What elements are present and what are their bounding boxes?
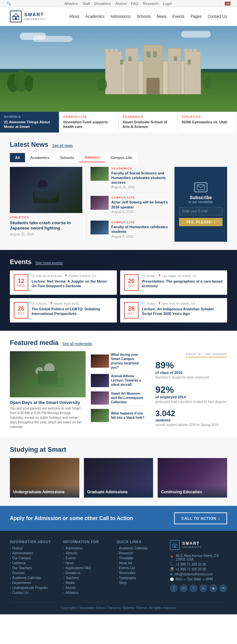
- tab-academics[interactable]: Academics: [25, 153, 55, 162]
- subscribe-email-input[interactable]: [179, 207, 223, 215]
- footer-about-campus[interactable]: Our Campus: [10, 556, 57, 560]
- nav-events[interactable]: Events: [172, 14, 185, 19]
- search-icon[interactable]: 🔍: [7, 1, 11, 6]
- footer-for-events[interactable]: Events: [63, 556, 110, 560]
- svg-rect-4: [105, 51, 122, 94]
- footer-about-cafeteria[interactable]: Cafeteria: [10, 561, 57, 565]
- footer-quick-shortcodes[interactable]: Shortcodes: [117, 571, 163, 575]
- event-card-3[interactable]: 26 July 🕐 All day 📍 New York, NY 82601, …: [120, 298, 227, 322]
- cta-button[interactable]: CALL TO ACTION ›: [174, 512, 227, 524]
- events-see-more-link[interactable]: See more events: [36, 261, 63, 265]
- tab-campus-life[interactable]: Campus Life: [105, 153, 137, 162]
- event-card-1[interactable]: 26 July 🕐 All day 📍 Las Vegas, NV 82805,…: [120, 270, 227, 295]
- event-card-0[interactable]: 12 April 🕐 8:00 am to 8:00 pm 📍 Seattle,…: [10, 270, 117, 295]
- footer-for-donations[interactable]: Donations: [63, 571, 110, 575]
- nav-admissions[interactable]: Admissions: [111, 14, 131, 19]
- ticker-0[interactable]: SCHOOLS 21 Awesome Things About Music at…: [0, 112, 59, 133]
- main-article-title[interactable]: Students take crash course in Japanese s…: [10, 220, 82, 231]
- media-thumb-0[interactable]: What during your Smart Campus journey su…: [91, 351, 147, 371]
- footer-about-departments[interactable]: Departments: [10, 581, 57, 585]
- topbar-login[interactable]: Login: [163, 2, 172, 6]
- footer-quick-typography[interactable]: Typography: [117, 576, 163, 580]
- footer-quick-newslist[interactable]: News list: [117, 561, 163, 565]
- card-2-overlay: Continuing Education: [158, 485, 227, 498]
- topbar-faq[interactable]: FAQ: [131, 2, 138, 6]
- stat-1-sub: of employed 2014: [155, 395, 227, 399]
- social-youtube[interactable]: ◉: [209, 584, 217, 592]
- studying-card-2[interactable]: Continuing Education: [158, 458, 227, 498]
- footer-for-media[interactable]: Media: [63, 581, 110, 585]
- studying-card-0[interactable]: Undergraduate Admissions: [10, 458, 79, 498]
- subscribe-button[interactable]: YES, PLEASE! ›: [179, 218, 223, 226]
- svg-rect-16: [153, 51, 157, 57]
- news-item-1-title[interactable]: Actor Jeff Soberg will be Smart's 2016 s…: [111, 200, 171, 209]
- news-see-all-link[interactable]: See all news: [52, 143, 73, 147]
- studying-header: Studying at Smart: [10, 446, 227, 453]
- footer-for-faq[interactable]: Applications FAQ: [63, 566, 110, 570]
- news-item-0-title[interactable]: Faculty of Social Sciences and Humanitie…: [111, 171, 171, 185]
- thumb-0-image: [91, 354, 109, 368]
- social-twitter[interactable]: t: [190, 584, 198, 592]
- phone-icon: 📞: [170, 563, 174, 566]
- footer-for-athletics[interactable]: Athletics: [63, 591, 110, 595]
- footer-about-history[interactable]: History: [10, 546, 57, 550]
- logo[interactable]: SMART UNIVERSITY: [10, 11, 45, 22]
- logo-icon: [10, 11, 22, 22]
- nav-contact[interactable]: Contact Us: [208, 14, 227, 19]
- footer-for-news[interactable]: News: [63, 561, 110, 565]
- media-thumb-2[interactable]: Smart Art Museum and the Loremipsum Coll…: [91, 390, 147, 406]
- media-thumb-3[interactable]: What happens if you fall into a black ho…: [91, 408, 147, 424]
- footer-col-quick: QUICK LINKS Academic Calendar Research T…: [117, 540, 163, 596]
- footer-about-courses[interactable]: Courses: [10, 571, 57, 575]
- social-google-plus[interactable]: G+: [180, 584, 188, 592]
- footer-quick-timetable[interactable]: Timetable: [117, 556, 163, 560]
- footer-quick-shop[interactable]: Shop: [117, 581, 163, 585]
- media-see-all-link[interactable]: See all multimedia: [63, 342, 92, 346]
- topbar-donations[interactable]: Donations: [94, 2, 111, 6]
- media-main-title[interactable]: Open Days at the Smart University: [10, 400, 86, 405]
- social-facebook[interactable]: f: [170, 584, 178, 592]
- ticker-1[interactable]: CAMPUS LIFE Innovation Fund supports hea…: [59, 112, 118, 133]
- nav-pages[interactable]: Pages: [191, 14, 202, 19]
- social-email[interactable]: ✉: [219, 584, 227, 592]
- tab-schools[interactable]: Schools: [55, 153, 79, 162]
- footer-quick-eventslist[interactable]: Events List: [117, 566, 163, 570]
- footer-about-contact[interactable]: Contact Us: [10, 591, 57, 595]
- main-nav: About Academics Admissions Schools News …: [69, 14, 227, 19]
- footer-for-admissions[interactable]: Admissions: [63, 546, 110, 550]
- footer-for-schools[interactable]: Schools: [63, 551, 110, 555]
- tab-all[interactable]: All: [10, 153, 25, 162]
- topbar-research[interactable]: Research: [143, 2, 158, 6]
- footer-quick-research[interactable]: Research: [117, 551, 163, 555]
- topbar-alumni[interactable]: Alumni: [115, 2, 126, 6]
- ticker-3[interactable]: ATHLETICS 02/06 Gymnastics vs. Utah: [178, 112, 237, 133]
- footer-copyright: Copyright © Secondary School Theme by St…: [10, 602, 227, 610]
- ticker-2[interactable]: ACADEMICS Smart Graduate School of Arts …: [118, 112, 178, 133]
- events-header: Events See more events: [10, 258, 227, 266]
- nav-academics[interactable]: Academics: [85, 14, 105, 19]
- stat-0-number: 89%: [155, 360, 227, 371]
- footer-quick-calendar[interactable]: Academic Calendar: [117, 546, 163, 550]
- card-0-overlay: Undergraduate Admissions: [10, 485, 79, 498]
- event-card-2[interactable]: 26 July 🕐 4:30 pm 📍 Napoli, Pizzo 41/22 …: [10, 298, 117, 322]
- footer-about-teachers[interactable]: Our Teachers: [10, 566, 57, 570]
- footer-about-admin[interactable]: Administration: [10, 551, 57, 555]
- topbar-staff[interactable]: Staff: [82, 2, 90, 6]
- nav-schools[interactable]: Schools: [137, 14, 151, 19]
- footer-about-undergraduate[interactable]: Undergraduate Program: [10, 586, 57, 590]
- news-item-2-title[interactable]: Faculty of Humanities celebrates student…: [111, 225, 171, 234]
- footer-for-teachers[interactable]: Teachers: [63, 576, 110, 580]
- media-thumb-1[interactable]: Annual Athena Lecture: Towards a silent …: [91, 373, 147, 389]
- hero-castle: [95, 42, 211, 95]
- nav-news[interactable]: News: [157, 14, 167, 19]
- social-linkedin[interactable]: in: [199, 584, 207, 592]
- svg-rect-10: [110, 49, 113, 53]
- tab-athletics[interactable]: Athletics: [79, 153, 105, 162]
- svg-rect-7: [168, 48, 181, 94]
- footer-about-calendar[interactable]: Academic Calendar: [10, 576, 57, 580]
- stat-1-number: 92%: [155, 384, 227, 395]
- nav-about[interactable]: About: [69, 14, 79, 19]
- footer-for-alumni[interactable]: Alumni: [63, 586, 110, 590]
- topbar-athletics[interactable]: Athletics: [64, 2, 78, 6]
- studying-card-1[interactable]: Graduate Admissions: [84, 458, 153, 498]
